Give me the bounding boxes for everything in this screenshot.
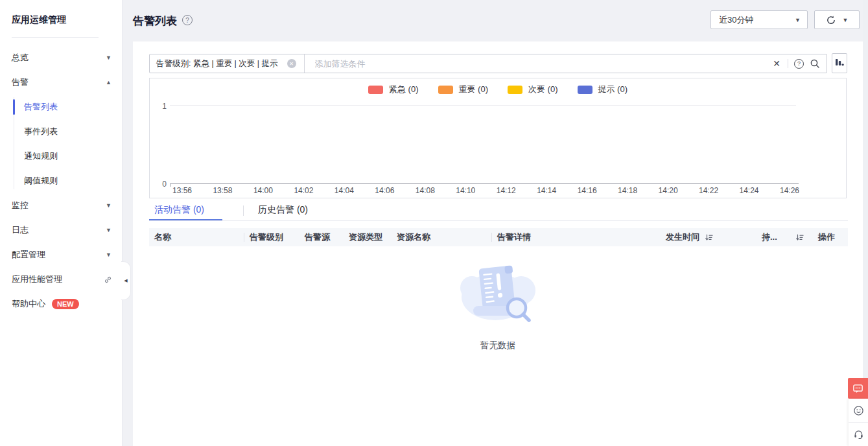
alarm-table-header: 名称 告警级别 告警源 资源类型 资源名称 告警详情 发生时间 <box>149 228 848 246</box>
sidebar-item-help-center[interactable]: 帮助中心 NEW <box>0 295 122 313</box>
sidebar-collapse-handle[interactable]: ◀ <box>121 261 131 300</box>
tab-history-alarms[interactable]: 历史告警 (0) <box>258 204 308 216</box>
x-axis-tick: 14:16 <box>578 186 597 195</box>
column-occurred-time[interactable]: 发生时间 <box>661 228 757 246</box>
sidebar-subitem-label: 告警列表 <box>24 101 58 113</box>
smiley-icon <box>853 405 864 416</box>
x-axis-tick: 14:12 <box>497 186 516 195</box>
feedback-chat-icon <box>852 383 863 394</box>
x-axis-tick: 14:18 <box>618 186 637 195</box>
legend-label: 次要 (0) <box>528 84 558 95</box>
new-badge: NEW <box>52 299 79 309</box>
time-range-value: 近30分钟 <box>719 14 753 26</box>
alarm-tabs: 活动告警 (0) 历史告警 (0) <box>149 203 848 221</box>
legend-item-info[interactable]: 提示 (0) <box>578 84 628 95</box>
sidebar-item-threshold-rules[interactable]: 阈值规则 <box>0 172 122 190</box>
tab-active-alarms[interactable]: 活动告警 (0) <box>154 204 204 216</box>
gridline <box>170 105 796 106</box>
chevron-down-icon: ▼ <box>106 252 111 258</box>
chevron-down-icon: ▼ <box>106 202 111 209</box>
sidebar-item-label: 监控 <box>12 200 29 211</box>
bar-chart-icon <box>835 58 844 68</box>
support-button[interactable] <box>849 422 868 446</box>
legend-label: 重要 (0) <box>459 84 489 95</box>
sort-icon[interactable] <box>795 233 804 242</box>
filter-separator <box>788 59 788 68</box>
x-axis-line <box>170 183 799 184</box>
x-axis-tick-mark <box>170 183 170 187</box>
filter-bar[interactable]: 告警级别: 紧急 | 重要 | 次要 | 提示 ✕ ✕ ? <box>149 54 827 73</box>
legend-swatch <box>578 86 592 94</box>
y-axis-tick: 0 <box>155 180 167 189</box>
x-axis-tick: 14:04 <box>334 186 354 195</box>
column-duration[interactable]: 持... <box>757 228 813 246</box>
sidebar-item-apm[interactable]: 应用性能管理 <box>0 270 122 288</box>
sidebar-item-configuration[interactable]: 配置管理 ▼ <box>0 246 122 264</box>
x-axis-tick: 14:20 <box>659 186 678 195</box>
chevron-down-icon: ▼ <box>106 54 111 61</box>
chevron-up-icon: ▲ <box>106 79 111 86</box>
chevron-down-icon: ▼ <box>795 17 801 23</box>
legend-swatch <box>438 86 453 94</box>
sidebar-subitem-label: 阈值规则 <box>24 175 58 187</box>
x-axis-tick: 14:06 <box>375 186 394 195</box>
sidebar-subitem-label: 通知规则 <box>24 150 58 162</box>
headset-icon <box>853 429 864 440</box>
refresh-button[interactable]: ▼ <box>814 10 860 29</box>
page-title: 告警列表 <box>133 14 177 29</box>
x-axis-labels: 13:56 13:58 14:00 14:02 14:04 14:06 14:0… <box>182 186 790 195</box>
column-resource-type: 资源类型 <box>344 228 392 246</box>
collapse-arrow-icon: ◀ <box>124 278 127 283</box>
sidebar-item-event-list[interactable]: 事件列表 <box>0 123 122 141</box>
column-operation: 操作 <box>813 228 848 246</box>
x-axis-tick: 14:10 <box>456 186 475 195</box>
external-link-icon <box>104 276 112 284</box>
column-resource-name: 资源名称 <box>392 228 492 246</box>
feedback-button[interactable] <box>848 378 868 399</box>
legend-item-major[interactable]: 重要 (0) <box>438 84 489 95</box>
time-range-select[interactable]: 近30分钟 ▼ <box>710 10 808 29</box>
sidebar-item-logs[interactable]: 日志 ▼ <box>0 221 122 239</box>
legend-swatch <box>368 86 383 94</box>
column-alarm-details: 告警详情 <box>492 228 661 246</box>
sidebar-item-label: 总览 <box>12 52 29 64</box>
sidebar-item-monitoring[interactable]: 监控 ▼ <box>0 196 122 215</box>
x-axis-tick: 14:22 <box>699 186 718 195</box>
satisfaction-survey-button[interactable] <box>849 399 868 422</box>
sort-icon[interactable] <box>705 233 713 242</box>
refresh-icon <box>826 15 836 25</box>
tab-separator <box>243 205 244 216</box>
filter-chip-severity[interactable]: 告警级别: 紧急 | 重要 | 次要 | 提示 ✕ <box>150 54 305 73</box>
chart-legend: 紧急 (0) 重要 (0) 次要 (0) 提示 (0) <box>150 84 846 95</box>
sidebar-item-alarm-list[interactable]: 告警列表 <box>0 98 122 116</box>
tabs-baseline <box>149 220 848 221</box>
legend-swatch <box>508 86 522 94</box>
legend-item-critical[interactable]: 紧急 (0) <box>368 84 419 95</box>
sidebar-item-label: 日志 <box>12 224 29 236</box>
x-axis-tick: 14:02 <box>294 186 313 195</box>
filter-search-input[interactable] <box>314 58 771 69</box>
help-circle-icon[interactable]: ? <box>182 15 193 25</box>
search-icon[interactable] <box>810 58 820 69</box>
x-axis-tick: 14:26 <box>780 186 799 195</box>
sidebar-item-label: 告警 <box>12 76 29 88</box>
sidebar-item-notification-rules[interactable]: 通知规则 <box>0 147 122 165</box>
column-alarm-source: 告警源 <box>299 228 344 246</box>
alarm-list-card: 告警级别: 紧急 | 重要 | 次要 | 提示 ✕ ✕ ? <box>133 41 863 446</box>
sidebar-divider <box>12 37 99 38</box>
column-severity: 告警级别 <box>244 228 299 246</box>
empty-state-illustration <box>456 259 539 329</box>
chevron-down-icon: ▼ <box>106 227 111 233</box>
sidebar-item-overview[interactable]: 总览 ▼ <box>0 49 122 67</box>
chart-type-button[interactable] <box>832 53 847 73</box>
filter-help-icon[interactable]: ? <box>794 59 804 69</box>
sidebar-item-alarm[interactable]: 告警 ▲ <box>0 73 122 91</box>
clear-filters-icon[interactable]: ✕ <box>771 58 782 69</box>
sidebar-title: 应用运维管理 <box>12 14 66 26</box>
empty-state-text: 暂无数据 <box>133 340 863 351</box>
sidebar-item-label: 应用性能管理 <box>12 274 62 285</box>
chevron-down-icon: ▼ <box>843 17 849 23</box>
chip-remove-icon[interactable]: ✕ <box>287 59 296 68</box>
legend-item-minor[interactable]: 次要 (0) <box>508 84 558 95</box>
x-axis-tick: 13:58 <box>213 186 232 195</box>
